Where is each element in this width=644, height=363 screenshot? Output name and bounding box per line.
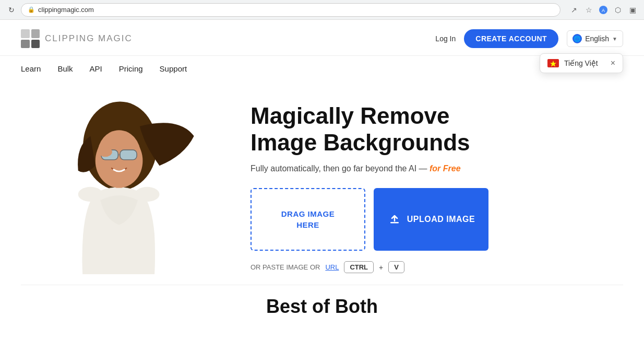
hero-subtitle: Fully automatically, then go far beyond …	[251, 164, 623, 173]
woman-illustration	[21, 97, 219, 274]
nav-item-support[interactable]: Support	[160, 62, 187, 75]
hero-title-line2: Image Backgrounds	[251, 130, 470, 155]
nav-item-pricing[interactable]: Pricing	[119, 62, 143, 75]
browser-controls: ↻	[6, 5, 17, 15]
vietnam-flag-icon	[547, 59, 559, 67]
best-section: Best of Both	[0, 285, 644, 323]
subtitle-emphasis: for Free	[430, 164, 461, 173]
url-link[interactable]: URL	[325, 263, 339, 271]
logo-sq3	[21, 40, 30, 49]
svg-point-15	[78, 187, 103, 202]
url-bar[interactable]: 🔒 clippingmagic.com	[21, 3, 560, 17]
logo-bold: CLIPPING	[45, 33, 94, 43]
login-link[interactable]: Log In	[435, 34, 456, 43]
hero-title-line1: Magically Remove	[251, 103, 450, 128]
browser-actions: ↗ ☆ A ⬡ ▣	[569, 5, 638, 15]
url-text: clippingmagic.com	[38, 6, 94, 14]
best-section-title: Best of Both	[21, 296, 623, 318]
logo-light-text: MAGIC	[98, 33, 133, 43]
paste-hint: OR PASTE IMAGE OR URL CTRL + V	[251, 261, 623, 273]
logo[interactable]: CLIPPING MAGIC	[21, 29, 133, 48]
svg-text:A: A	[602, 8, 605, 13]
nav-item-bulk[interactable]: Bulk	[57, 62, 73, 75]
ctrl-key-badge: CTRL	[344, 261, 374, 273]
language-label: English	[585, 34, 609, 43]
share-icon[interactable]: ↗	[569, 5, 579, 15]
star-icon[interactable]: ☆	[583, 5, 594, 15]
upload-image-label: UPLOAD IMAGE	[407, 215, 475, 224]
upload-arrow-icon	[387, 210, 402, 228]
lock-icon: 🔒	[28, 6, 35, 14]
svg-rect-10	[120, 150, 137, 160]
extensions-icon[interactable]: ⬡	[613, 5, 623, 15]
subtitle-pre: Fully automatically, then go far beyond …	[251, 164, 427, 173]
hero-title: Magically Remove Image Backgrounds	[251, 103, 623, 156]
svg-point-14	[98, 147, 112, 157]
chevron-down-icon: ▼	[612, 36, 617, 42]
nav-item-api[interactable]: API	[90, 62, 102, 75]
logo-text: CLIPPING MAGIC	[45, 33, 133, 44]
language-dropdown-close[interactable]: ×	[611, 59, 615, 67]
create-account-button[interactable]: CREATE ACCOUNT	[464, 29, 558, 48]
logo-sq4	[31, 40, 40, 49]
logo-icon	[21, 29, 40, 48]
header-right: Log In CREATE ACCOUNT 🌐 English ▼	[435, 29, 623, 48]
language-dropdown: Tiếng Việt ×	[540, 53, 623, 73]
hero-image	[21, 97, 219, 274]
drag-drop-zone[interactable]: DRAG IMAGEHERE	[251, 188, 365, 251]
refresh-icon[interactable]: ↻	[6, 5, 17, 15]
logo-sq1	[21, 29, 30, 38]
svg-point-16	[135, 187, 159, 202]
page-header: CLIPPING MAGIC Log In CREATE ACCOUNT 🌐 E…	[0, 20, 644, 56]
svg-rect-18	[390, 222, 399, 224]
v-key-badge: V	[388, 261, 404, 273]
translate-icon[interactable]: A	[598, 5, 609, 15]
hero-section: Magically Remove Image Backgrounds Fully…	[0, 81, 644, 285]
svg-rect-17	[114, 177, 124, 188]
drag-drop-label: DRAG IMAGEHERE	[281, 208, 335, 230]
language-selector[interactable]: 🌐 English ▼	[567, 30, 623, 47]
plus-sign: +	[379, 263, 383, 272]
browser-chrome: ↻ 🔒 clippingmagic.com ↗ ☆ A ⬡ ▣	[0, 0, 644, 20]
hero-content: Magically Remove Image Backgrounds Fully…	[219, 98, 623, 273]
logo-sq2	[31, 29, 40, 38]
upload-image-button[interactable]: UPLOAD IMAGE	[374, 188, 488, 251]
globe-icon: 🌐	[573, 34, 582, 43]
language-item-label[interactable]: Tiếng Việt	[564, 59, 605, 67]
upload-area: DRAG IMAGEHERE UPLOAD IMAGE	[251, 188, 623, 251]
nav-item-learn[interactable]: Learn	[21, 62, 41, 75]
profile-icon[interactable]: ▣	[627, 5, 638, 15]
paste-hint-text: OR PASTE IMAGE OR	[251, 263, 320, 271]
